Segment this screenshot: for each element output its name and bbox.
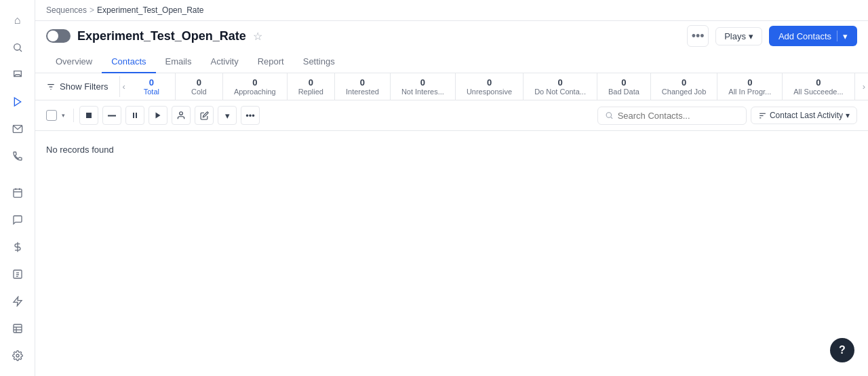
filter-icon xyxy=(46,82,56,92)
edit-pencil-icon xyxy=(200,111,209,120)
status-count-all-in-progress: 0 xyxy=(747,77,752,88)
status-label-do-not-contact: Do Not Conta... xyxy=(534,88,586,96)
sort-label: Contact Last Activity xyxy=(770,111,843,120)
sort-chevron-icon: ▾ xyxy=(846,111,850,120)
status-count-cold: 0 xyxy=(197,77,201,88)
status-label-total: Total xyxy=(144,88,159,96)
favorite-star-icon[interactable]: ☆ xyxy=(253,30,262,43)
svg-line-1 xyxy=(20,50,22,52)
status-tab-unresponsive[interactable]: 0 Unresponsive xyxy=(456,73,524,100)
breadcrumb-parent[interactable]: Sequences xyxy=(46,5,87,15)
remove-button[interactable] xyxy=(102,106,121,125)
add-contacts-label: Add Contacts xyxy=(778,31,831,41)
status-label-cold: Cold xyxy=(191,88,207,96)
plays-chevron-icon: ▾ xyxy=(749,31,753,41)
status-count-all-succeeded: 0 xyxy=(816,77,821,88)
sequences-icon[interactable] xyxy=(5,90,30,114)
status-tab-cold[interactable]: 0 Cold xyxy=(176,73,223,100)
svg-rect-25 xyxy=(136,113,137,118)
status-label-changed-job: Changed Job xyxy=(662,88,706,96)
plays-label: Plays xyxy=(724,31,746,41)
status-label-all-succeeded: All Succeede... xyxy=(793,88,843,96)
add-contacts-chevron-icon: ▾ xyxy=(843,31,848,41)
status-label-all-in-progress: All In Progr... xyxy=(728,88,771,96)
tab-activity[interactable]: Activity xyxy=(201,51,248,73)
svg-rect-23 xyxy=(108,115,116,116)
select-all-dropdown[interactable]: ▾ xyxy=(58,111,68,120)
plays-button[interactable]: Plays ▾ xyxy=(715,27,762,45)
status-tab-total[interactable]: 0 Total xyxy=(128,73,176,100)
sort-icon xyxy=(758,111,767,120)
svg-rect-22 xyxy=(86,113,92,118)
active-toggle[interactable] xyxy=(46,29,71,43)
minus-icon xyxy=(108,115,116,117)
dollar-icon[interactable] xyxy=(5,235,30,259)
status-count-approaching: 0 xyxy=(252,77,257,88)
tab-settings[interactable]: Settings xyxy=(294,51,344,73)
add-contacts-button[interactable]: Add Contacts ▾ xyxy=(769,26,857,46)
play-button[interactable] xyxy=(149,106,167,125)
page-title: Experiment_Test_Open_Rate xyxy=(77,29,246,43)
status-tab-all-succeeded[interactable]: 0 All Succeede... xyxy=(783,73,854,100)
assign-button[interactable] xyxy=(172,106,191,125)
tab-contacts[interactable]: Contacts xyxy=(102,51,155,73)
status-tab-interested[interactable]: 0 Interested xyxy=(335,73,391,100)
status-label-bad-data: Bad Data xyxy=(608,88,639,96)
edit-dropdown-button[interactable]: ▾ xyxy=(218,106,237,125)
stop-button[interactable] xyxy=(79,106,98,125)
content-area: No records found xyxy=(35,131,868,376)
scroll-right-arrow[interactable]: › xyxy=(860,81,868,92)
stop-icon xyxy=(85,111,93,119)
pause-button[interactable] xyxy=(125,106,144,125)
tab-emails[interactable]: Emails xyxy=(156,51,201,73)
sidebar: ⌂ xyxy=(0,0,35,376)
status-label-interested: Interested xyxy=(346,88,379,96)
calendar-icon[interactable] xyxy=(5,181,30,205)
inbox-icon[interactable] xyxy=(5,62,30,87)
svg-point-27 xyxy=(180,112,183,115)
status-count-do-not-contact: 0 xyxy=(557,77,562,88)
no-records-text: No records found xyxy=(46,145,114,155)
pause-icon xyxy=(131,111,139,119)
svg-point-18 xyxy=(16,354,19,357)
search-icon[interactable] xyxy=(5,35,30,60)
search-input-icon xyxy=(605,111,614,120)
phone-icon[interactable] xyxy=(5,144,30,168)
edit-icon[interactable] xyxy=(5,262,30,286)
tab-report[interactable]: Report xyxy=(248,51,294,73)
status-tab-all-in-progress[interactable]: 0 All In Progr... xyxy=(717,73,783,100)
status-count-replied: 0 xyxy=(309,77,313,88)
home-icon[interactable]: ⌂ xyxy=(5,8,30,33)
play-icon xyxy=(154,111,162,119)
status-tab-bad-data[interactable]: 0 Bad Data xyxy=(597,73,651,100)
svg-point-28 xyxy=(606,113,611,117)
scroll-left-arrow[interactable]: ‹ xyxy=(120,81,128,92)
status-tab-replied[interactable]: 0 Replied xyxy=(288,73,335,100)
chat-icon[interactable] xyxy=(5,208,30,232)
settings-icon[interactable] xyxy=(5,343,30,368)
edit-button[interactable] xyxy=(195,106,214,125)
show-filters-button[interactable]: Show Filters xyxy=(35,76,120,97)
status-count-unresponsive: 0 xyxy=(487,77,492,88)
tab-overview[interactable]: Overview xyxy=(46,51,102,73)
search-contacts-input[interactable] xyxy=(618,111,739,121)
table-icon[interactable] xyxy=(5,316,30,341)
select-all-checkbox[interactable] xyxy=(46,110,57,121)
status-tab-approaching[interactable]: 0 Approaching xyxy=(223,73,288,100)
status-tab-do-not-contact[interactable]: 0 Do Not Conta... xyxy=(524,73,597,100)
svg-marker-13 xyxy=(14,297,22,305)
status-count-not-interested: 0 xyxy=(420,77,425,88)
status-count-changed-job: 0 xyxy=(682,77,686,88)
status-tab-changed-job[interactable]: 0 Changed Job xyxy=(651,73,717,100)
more-options-button[interactable]: ••• xyxy=(687,25,709,47)
lightning-icon[interactable] xyxy=(5,289,30,314)
select-all-area: ▾ xyxy=(46,110,68,121)
person-icon xyxy=(176,111,186,120)
help-button[interactable]: ? xyxy=(830,338,854,362)
status-tab-not-interested[interactable]: 0 Not Interes... xyxy=(391,73,456,100)
sort-button[interactable]: Contact Last Activity ▾ xyxy=(751,107,857,124)
toolbar-separator-1 xyxy=(73,109,74,122)
svg-marker-26 xyxy=(156,113,161,119)
mail-icon[interactable] xyxy=(5,117,30,141)
more-actions-button[interactable]: ••• xyxy=(241,106,260,125)
